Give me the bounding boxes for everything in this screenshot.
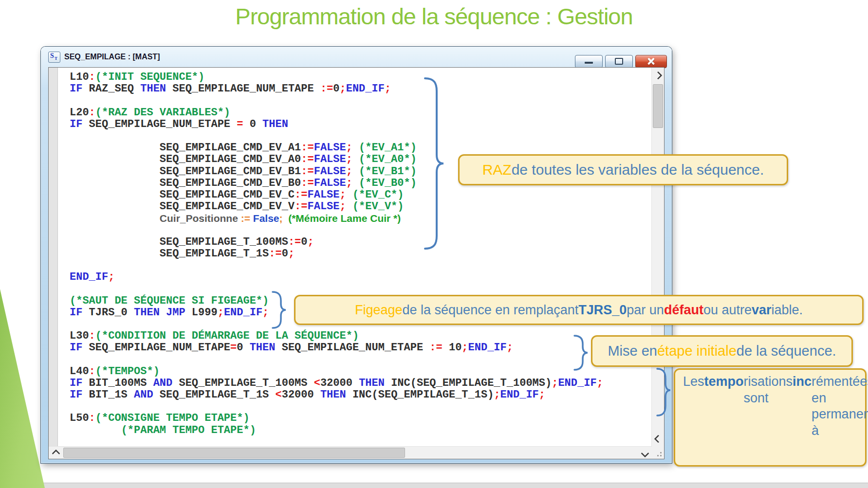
brace-raz-block xyxy=(423,77,445,250)
scroll-left-button[interactable] xyxy=(49,447,60,459)
code-token: (*CONSIGNE TEMPO ETAPE*) xyxy=(95,412,250,424)
callout-text-segment: Les xyxy=(683,374,704,390)
code-token: FALSE xyxy=(314,177,346,189)
code-token: BIT_1S xyxy=(82,389,134,401)
code-token: ; xyxy=(340,189,346,201)
code-token: FALSE xyxy=(314,153,346,165)
code-token: ; xyxy=(346,165,352,178)
code-token: (*RAZ DES VARIABLES*) xyxy=(95,107,230,119)
code-token: ; xyxy=(597,377,603,389)
code-token: SEQ_EMPILAGE_CMD_EV_A1 xyxy=(70,142,301,154)
code-line[interactable]: L30:(*CONDITION DE DÉMARRAGE DE LA SÉQUE… xyxy=(70,330,651,342)
code-token: 0 xyxy=(243,118,262,130)
code-token: (*EV_A1*) xyxy=(359,142,417,154)
code-line[interactable] xyxy=(70,130,651,142)
maximize-icon xyxy=(615,58,623,65)
code-line[interactable]: SEQ_EMPILAGE_T_100MS:=0; xyxy=(70,236,651,248)
code-token: SEQ_EMPILAGE_NUM_ETAPE xyxy=(275,342,429,354)
minimize-button[interactable] xyxy=(575,55,603,68)
code-token: SEQ_EMPILAGE_CMD_EV_C xyxy=(70,189,295,201)
code-token: THEN xyxy=(359,377,385,389)
code-token: := xyxy=(241,213,250,224)
code-line[interactable]: L20:(*RAZ DES VARIABLES*) xyxy=(70,107,651,119)
code-line[interactable] xyxy=(70,95,651,107)
code-line[interactable]: IF RAZ_SEQ THEN SEQ_EMPILAGE_NUM_ETAPE :… xyxy=(70,83,651,95)
code-token xyxy=(70,424,121,436)
code-line[interactable]: L40:(*TEMPOS*) xyxy=(70,366,651,378)
code-line[interactable] xyxy=(70,401,651,413)
code-line[interactable]: L10:(*INIT SEQUENCE*) xyxy=(70,72,651,83)
callout-text-segment: Mise en xyxy=(608,343,657,359)
code-line[interactable]: SEQ_EMPILAGE_CMD_EV_A1:=FALSE; (*EV_A1*) xyxy=(70,142,651,154)
code-token: INC(SEQ_EMPILAGE_T_100MS) xyxy=(385,377,552,389)
code-token: := xyxy=(301,177,314,189)
chevron-right-icon xyxy=(641,450,649,458)
scroll-up-button[interactable] xyxy=(652,68,664,79)
code-token xyxy=(346,189,352,201)
callout-text-segment: de toutes les variables de la séquence. xyxy=(512,162,764,178)
code-line[interactable] xyxy=(70,260,651,271)
code-token: SEQ_EMPILAGE_CMD_EV_A0 xyxy=(70,153,301,165)
code-token: 10 xyxy=(443,342,462,354)
horizontal-scrollbar-thumb[interactable] xyxy=(63,448,405,458)
code-token: (*EV_A0*) xyxy=(359,153,417,165)
maximize-button[interactable] xyxy=(605,55,633,68)
code-line[interactable] xyxy=(70,224,651,236)
resize-grip[interactable] xyxy=(652,447,664,459)
code-pane[interactable]: L10:(*INIT SEQUENCE*)IF RAZ_SEQ THEN SEQ… xyxy=(58,68,651,447)
code-token: ; xyxy=(340,200,346,213)
vertical-scrollbar-thumb[interactable] xyxy=(653,84,663,128)
code-token xyxy=(70,213,160,225)
callout-text-segment: RAZ xyxy=(482,162,512,178)
page-title: Programmation de la séquence : Gestion xyxy=(0,3,868,30)
code-line[interactable]: END_IF; xyxy=(70,271,651,283)
code-token: ; xyxy=(494,389,500,401)
code-token: END_IF xyxy=(224,307,262,319)
code-token: ; xyxy=(385,83,391,95)
code-token: END_IF xyxy=(346,83,385,95)
code-line[interactable] xyxy=(70,283,651,295)
close-button[interactable] xyxy=(635,55,667,68)
code-token: L30 xyxy=(70,330,89,342)
code-editor-window: S T SEQ_EMPILAGE : [MAST] L10:(*INIT SEQ… xyxy=(41,47,672,463)
code-token: FALSE xyxy=(307,200,339,213)
code-token: END_IF xyxy=(500,389,539,401)
code-line[interactable]: IF BIT_1S AND SEQ_EMPILAGE_T_1S <32000 T… xyxy=(70,389,651,401)
code-token: SEQ_EMPILAGE_CMD_EV_B1 xyxy=(70,165,301,178)
code-token: IF xyxy=(70,377,82,389)
code-token: (*PARAM TEMPO ETAPE*) xyxy=(121,424,256,436)
code-token: (*EV_B1*) xyxy=(359,165,417,178)
code-line[interactable]: Cuir_Positionne := False; (*Mémoire Lame… xyxy=(70,213,651,224)
window-titlebar[interactable]: S T SEQ_EMPILAGE : [MAST] xyxy=(41,47,672,67)
code-line[interactable]: SEQ_EMPILAGE_T_1S:=0; xyxy=(70,248,651,260)
code-token: ; xyxy=(539,389,545,401)
code-token: SEQ_EMPILAGE_T_100MS xyxy=(70,236,288,248)
code-token: AND xyxy=(153,377,173,389)
callout-text-segment: iable. xyxy=(772,303,803,318)
code-token: : xyxy=(89,107,95,119)
code-line[interactable]: L50:(*CONSIGNE TEMPO ETAPE*) xyxy=(70,413,651,424)
code-token: END_IF xyxy=(70,271,108,283)
code-token: := xyxy=(288,236,301,248)
scroll-down-button[interactable] xyxy=(652,436,664,447)
scroll-right-button[interactable] xyxy=(640,447,652,459)
code-token: := xyxy=(301,165,314,178)
code-token: END_IF xyxy=(558,377,596,389)
code-token: L50 xyxy=(70,412,89,424)
code-token: THEN xyxy=(250,342,276,354)
chevron-left-icon xyxy=(52,450,60,458)
code-token: := xyxy=(301,153,314,165)
code-line[interactable] xyxy=(70,354,651,366)
code-token: < xyxy=(314,377,320,389)
code-token: ; xyxy=(346,153,352,165)
code-line[interactable]: IF SEQ_EMPILAGE_NUM_ETAPE = 0 THEN xyxy=(70,119,651,130)
code-token: END_IF xyxy=(468,342,507,354)
code-token: JMP xyxy=(166,307,185,319)
code-token: ; xyxy=(262,307,269,319)
code-line[interactable]: SEQ_EMPILAGE_CMD_EV_V:=FALSE; (*EV_V*) xyxy=(70,201,651,213)
horizontal-scrollbar[interactable] xyxy=(49,446,652,459)
code-line[interactable]: SEQ_EMPILAGE_CMD_EV_C:=FALSE; (*EV_C*) xyxy=(70,189,651,201)
code-line[interactable]: IF BIT_100MS AND SEQ_EMPILAGE_T_100MS <3… xyxy=(70,378,651,389)
code-line[interactable]: (*PARAM TEMPO ETAPE*) xyxy=(70,425,651,436)
code-line[interactable]: IF SEQ_EMPILAGE_NUM_ETAPE=0 THEN SEQ_EMP… xyxy=(70,342,651,354)
